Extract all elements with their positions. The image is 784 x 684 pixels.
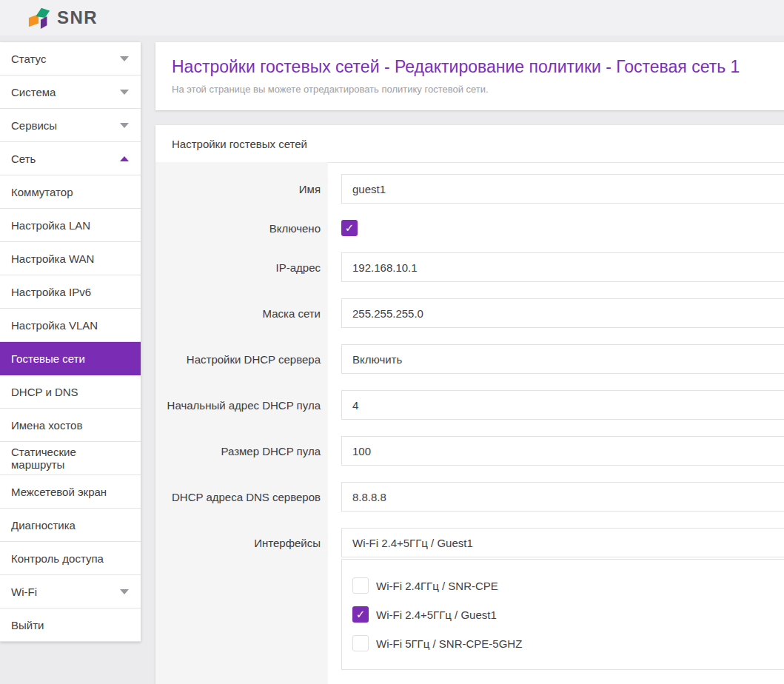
sidebar-item-switch[interactable]: Коммутатор — [0, 175, 141, 209]
option-label: Wi-Fi 5ГГц / SNR-CPE-5GHZ — [376, 637, 522, 650]
netmask-row: Маска сети — [155, 290, 784, 336]
interfaces-input[interactable] — [341, 528, 784, 557]
card-title: Настройки гостевых сетей — [155, 125, 784, 163]
sidebar-item-label: Выйти — [11, 619, 44, 631]
sidebar-item-label: Статус — [11, 53, 46, 65]
field-label: DHCP адреса DNS серверов — [155, 491, 328, 503]
field-label: Начальный адрес DHCP пула — [155, 399, 328, 412]
sidebar-item-label: Система — [11, 86, 56, 98]
interface-checkbox[interactable] — [352, 635, 369, 651]
enabled-row: Включено — [155, 212, 784, 244]
field-label: Размер DHCP пула — [155, 445, 328, 457]
dhcp-dns-input[interactable] — [341, 482, 784, 512]
sidebar-item-label: Настройка VLAN — [11, 319, 98, 332]
sidebar-item-wifi[interactable]: Wi-Fi — [0, 575, 141, 608]
sidebar-item-dhcp-dns[interactable]: DHCP и DNS — [0, 375, 141, 409]
dhcp-dns-row: DHCP адреса DNS серверов — [155, 474, 784, 520]
sidebar-item-diagnostics[interactable]: Диагностика — [0, 509, 141, 542]
sidebar-item-label: Коммутатор — [11, 186, 73, 198]
sidebar-item-vlan-settings[interactable]: Настройка VLAN — [0, 309, 141, 342]
sidebar-item-label: Статические маршруты — [11, 446, 129, 471]
sidebar-item-label: Сеть — [11, 152, 36, 165]
snr-logo-icon — [28, 5, 52, 30]
enabled-checkbox[interactable] — [341, 220, 358, 236]
dhcp-pool-start-input[interactable] — [341, 390, 784, 420]
sidebar-item-label: Настройка LAN — [11, 219, 90, 232]
sidebar-item-system[interactable]: Система — [0, 76, 141, 109]
brand-name: SNR — [57, 7, 98, 28]
option-label: Wi-Fi 2.4ГГц / SNR-CPE — [376, 580, 498, 592]
sidebar-item-lan-settings[interactable]: Настройка LAN — [0, 209, 141, 242]
field-label: Маска сети — [155, 307, 328, 320]
interface-checkbox[interactable] — [352, 577, 369, 594]
topbar: SNR — [0, 0, 784, 36]
sidebar-item-label: Межсетевой экран — [11, 486, 107, 498]
sidebar-item-label: Настройка IPv6 — [11, 286, 91, 298]
field-label: Имя — [155, 183, 328, 195]
interfaces-row: Интерфейсы Wi-Fi 2.4ГГц / SNR-CPE Wi-Fi — [155, 520, 784, 678]
dhcp-server-row: Настройки DHCP сервера — [155, 336, 784, 382]
interface-option-wifi5[interactable]: Wi-Fi 5ГГц / SNR-CPE-5GHZ — [352, 635, 784, 651]
name-input[interactable] — [341, 174, 784, 204]
ip-address-row: IP-адрес — [155, 244, 784, 290]
chevron-down-icon — [120, 123, 129, 128]
sidebar-item-logout[interactable]: Выйти — [0, 608, 141, 642]
sidebar-item-label: Гостевые сети — [11, 352, 85, 365]
sidebar-item-label: DHCP и DNS — [11, 386, 78, 398]
sidebar-item-wan-settings[interactable]: Настройка WAN — [0, 242, 141, 275]
interfaces-option-list: Wi-Fi 2.4ГГц / SNR-CPE Wi-Fi 2.4+5ГГц / … — [341, 559, 784, 670]
sidebar-item-label: Настройка WAN — [11, 252, 94, 265]
dhcp-pool-size-row: Размер DHCP пула — [155, 428, 784, 474]
chevron-up-icon — [120, 156, 129, 161]
field-label: Интерфейсы — [155, 520, 328, 549]
page-subtitle: На этой странице вы можете отредактирова… — [172, 84, 784, 95]
chevron-down-icon — [120, 589, 129, 594]
sidebar-item-label: Контроль доступа — [11, 552, 104, 565]
check-icon — [345, 221, 355, 235]
guest-network-form: Имя Включено IP-адрес — [155, 163, 784, 684]
sidebar-item-guest-networks[interactable]: Гостевые сети — [0, 342, 141, 375]
check-icon — [356, 608, 366, 621]
sidebar-item-firewall[interactable]: Межсетевой экран — [0, 475, 141, 509]
field-label: Настройки DHCP сервера — [155, 353, 328, 366]
sidebar-item-label: Имена хостов — [11, 419, 82, 432]
dhcp-pool-size-input[interactable] — [341, 436, 784, 466]
interface-option-wifi24[interactable]: Wi-Fi 2.4ГГц / SNR-CPE — [352, 577, 784, 594]
dhcp-pool-start-row: Начальный адрес DHCP пула — [155, 382, 784, 428]
chevron-down-icon — [120, 90, 129, 95]
sidebar: Статус Система Сервисы Сеть Коммутатор Н… — [0, 42, 141, 642]
page-header-panel: Настройки гостевых сетей - Редактировани… — [155, 42, 784, 110]
sidebar-item-label: Wi-Fi — [11, 586, 37, 598]
dhcp-server-select[interactable] — [341, 344, 784, 374]
option-label: Wi-Fi 2.4+5ГГц / Guest1 — [376, 608, 497, 621]
sidebar-item-services[interactable]: Сервисы — [0, 109, 141, 142]
guest-network-card: Настройки гостевых сетей Имя Включено IP… — [155, 125, 784, 684]
sidebar-item-static-routes[interactable]: Статические маршруты — [0, 442, 141, 475]
sidebar-item-ipv6-settings[interactable]: Настройка IPv6 — [0, 275, 141, 309]
snr-logo: SNR — [28, 5, 98, 30]
page-title: Настройки гостевых сетей - Редактировани… — [172, 57, 784, 77]
sidebar-item-access-control[interactable]: Контроль доступа — [0, 542, 141, 575]
field-label: Включено — [155, 222, 328, 235]
sidebar-item-hostnames[interactable]: Имена хостов — [0, 409, 141, 442]
interface-option-wifi245-guest1[interactable]: Wi-Fi 2.4+5ГГц / Guest1 — [352, 606, 784, 623]
chevron-down-icon — [120, 56, 129, 61]
field-label: IP-адрес — [155, 261, 328, 274]
netmask-input[interactable] — [341, 298, 784, 328]
sidebar-item-label: Диагностика — [11, 519, 76, 532]
main-content: Настройки гостевых сетей - Редактировани… — [155, 42, 784, 684]
sidebar-item-label: Сервисы — [11, 119, 57, 132]
name-row: Имя — [155, 166, 784, 212]
ip-address-input[interactable] — [341, 252, 784, 282]
interface-checkbox[interactable] — [352, 606, 369, 623]
sidebar-item-status[interactable]: Статус — [0, 42, 141, 76]
sidebar-item-network[interactable]: Сеть — [0, 142, 141, 175]
